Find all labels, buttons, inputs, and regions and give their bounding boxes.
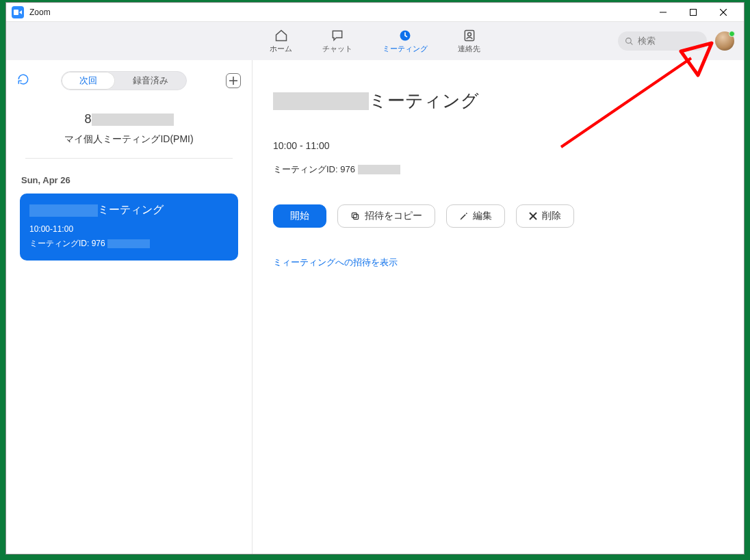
search-input[interactable]: 検索: [618, 31, 707, 51]
segment-control: 次回 録音済み: [61, 71, 187, 90]
action-buttons: 開始 招待をコピー 編集 削除: [273, 204, 723, 228]
refresh-button[interactable]: [17, 73, 29, 88]
personal-meeting-label: マイ個人ミーティングID(PMI): [25, 133, 233, 146]
redacted-pmi: [92, 114, 174, 126]
chat-icon: [331, 29, 344, 42]
meeting-id: ミーティングID: 976: [273, 163, 723, 176]
redacted-name: [29, 204, 98, 217]
meeting-card[interactable]: ミーティング 10:00-11:00 ミーティングID: 976: [20, 194, 238, 261]
copy-icon: [350, 211, 360, 221]
meeting-card-id-label: ミーティングID: 976: [29, 238, 105, 250]
delete-label: 削除: [542, 210, 561, 222]
tab-contact[interactable]: 連絡先: [458, 29, 480, 54]
tab-label: ミーティング: [383, 44, 428, 54]
refresh-icon: [17, 73, 29, 85]
add-meeting-button[interactable]: [226, 73, 241, 88]
pmi-value: 8: [84, 112, 91, 126]
window-controls: [648, 3, 738, 22]
tab-label: チャット: [322, 44, 352, 54]
delete-button[interactable]: 削除: [516, 204, 574, 228]
edit-button[interactable]: 編集: [446, 204, 505, 228]
svg-rect-11: [354, 215, 359, 219]
tab-meeting[interactable]: ミーティング: [383, 29, 428, 54]
tab-chat[interactable]: チャット: [322, 29, 352, 54]
maximize-icon: [690, 9, 697, 16]
tab-label: 連絡先: [458, 44, 480, 54]
main-panel: ミーティング 10:00 - 11:00 ミーティングID: 976 開始 招待…: [253, 60, 744, 554]
title-bar: Zoom: [6, 3, 744, 22]
show-invite-link[interactable]: ミィーティングへの招待を表示: [273, 256, 723, 269]
segment-recorded[interactable]: 録音済み: [115, 72, 186, 90]
meeting-card-title-suffix: ミーティング: [98, 203, 164, 217]
date-header: Sun, Apr 26: [21, 175, 246, 185]
search-placeholder: 検索: [638, 35, 656, 47]
body: 次回 録音済み 8 マイ個人ミーティングID(PMI) Sun, Apr 26 …: [6, 60, 744, 554]
app-window: Zoom ホーム チャ: [5, 2, 745, 555]
meeting-title-suffix: ミーティング: [369, 89, 479, 113]
svg-point-7: [626, 38, 632, 43]
pencil-icon: [459, 212, 468, 221]
x-icon: [529, 212, 537, 220]
meeting-card-title: ミーティング: [29, 203, 229, 217]
copy-invite-label: 招待をコピー: [365, 210, 422, 222]
close-icon: [720, 9, 727, 16]
personal-meeting-box[interactable]: 8 マイ個人ミーティングID(PMI): [25, 112, 233, 159]
personal-meeting-id: 8: [25, 112, 233, 126]
meeting-id-label: ミーティングID: 976: [273, 163, 355, 176]
redacted-title: [273, 92, 369, 110]
close-button[interactable]: [708, 3, 738, 22]
start-button[interactable]: 開始: [273, 204, 326, 228]
meeting-card-id: ミーティングID: 976: [29, 238, 229, 250]
redacted-id: [107, 239, 150, 248]
svg-rect-12: [352, 213, 357, 217]
plus-icon: [229, 77, 237, 85]
start-label: 開始: [290, 210, 309, 222]
segment-upcoming[interactable]: 次回: [62, 72, 115, 90]
redacted-id-main: [358, 165, 400, 174]
svg-point-6: [467, 32, 471, 36]
home-icon: [274, 29, 288, 42]
top-nav: ホーム チャット ミーティング 連絡先: [6, 22, 744, 60]
sidebar-top: 次回 録音済み: [12, 68, 246, 97]
maximize-button[interactable]: [678, 3, 708, 22]
meeting-time: 10:00 - 11:00: [273, 140, 723, 151]
svg-rect-1: [690, 9, 697, 15]
edit-label: 編集: [473, 210, 492, 222]
meeting-title: ミーティング: [273, 89, 723, 113]
tab-home[interactable]: ホーム: [270, 29, 292, 54]
nav-tabs: ホーム チャット ミーティング 連絡先: [270, 29, 480, 54]
meeting-card-time: 10:00-11:00: [29, 224, 229, 234]
svg-rect-5: [465, 30, 474, 40]
contact-icon: [463, 29, 476, 42]
sidebar: 次回 録音済み 8 マイ個人ミーティングID(PMI) Sun, Apr 26 …: [6, 60, 253, 554]
avatar[interactable]: [715, 31, 734, 51]
minimize-button[interactable]: [648, 3, 678, 22]
search-icon: [625, 37, 634, 46]
window-title: Zoom: [29, 8, 51, 17]
svg-line-8: [630, 42, 632, 44]
presence-dot-icon: [729, 31, 735, 37]
clock-icon: [398, 29, 412, 42]
tab-label: ホーム: [270, 44, 292, 54]
zoom-logo-icon: [12, 6, 24, 18]
minimize-icon: [660, 9, 667, 16]
copy-invite-button[interactable]: 招待をコピー: [337, 204, 435, 228]
